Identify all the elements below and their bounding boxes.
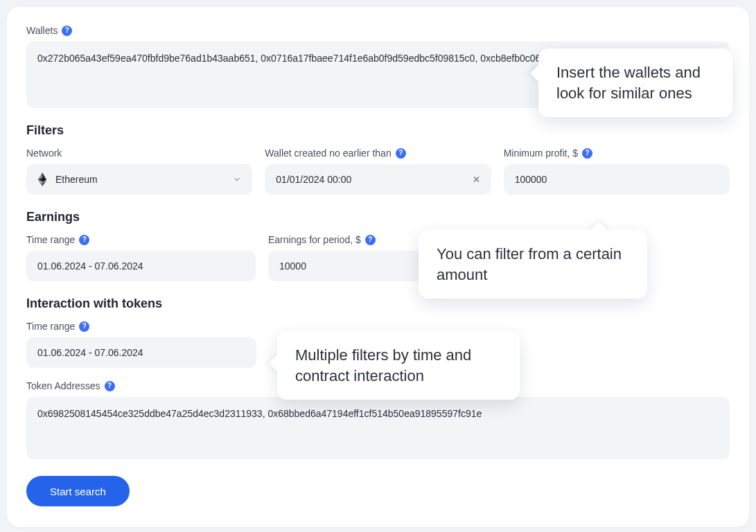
filters-heading: Filters [26,123,730,138]
help-icon[interactable]: ? [79,321,89,332]
created-label-row: Wallet created no earlier than ? [265,148,491,159]
network-value: Ethereum [55,174,98,185]
earnings-timerange-label: Time range [26,234,75,245]
interaction-timerange-label-row: Time range ? [26,321,256,332]
tooltip-amount: You can filter from a certain amount [419,230,647,299]
network-select[interactable]: Ethereum [26,164,252,195]
tooltip-amount-text: You can filter from a certain amount [437,245,622,283]
help-icon[interactable]: ? [365,235,376,245]
interaction-timerange-wrap: Time range ? [26,321,256,368]
chevron-down-icon [233,175,241,184]
help-icon[interactable]: ? [79,235,89,245]
help-icon[interactable]: ? [396,148,406,159]
earnings-heading: Earnings [26,210,730,224]
start-search-button[interactable]: Start search [26,476,130,506]
tooltip-filters: Multiple filters by time and contract in… [277,331,520,400]
wallets-label-row: Wallets ? [26,25,730,36]
tooltip-filters-text: Multiple filters by time and contract in… [295,346,471,384]
help-icon[interactable]: ? [582,148,592,159]
search-form-card: Wallets ? Filters Network Ethereum Walle… [7,7,749,527]
network-col: Network Ethereum [26,148,252,195]
minprofit-input[interactable] [504,164,730,195]
interaction-timerange-label: Time range [26,321,75,332]
ethereum-icon [37,172,47,186]
tooltip-wallets-text: Insert the wallets and look for similar … [556,64,701,102]
earnings-timerange-label-row: Time range ? [26,234,256,245]
tooltip-wallets: Insert the wallets and look for similar … [538,48,732,117]
earnings-timerange-input[interactable] [26,251,256,281]
earnings-timerange-col: Time range ? [26,234,256,281]
network-label: Network [26,148,62,159]
wallets-label: Wallets [26,25,58,36]
created-input[interactable] [265,164,491,195]
interaction-timerange-input[interactable] [26,337,256,368]
minprofit-label-row: Minimum profit, $ ? [504,148,730,159]
network-label-row: Network [26,148,252,159]
token-addresses-label: Token Addresses [26,380,100,391]
created-col: Wallet created no earlier than ? × [265,148,491,195]
help-icon[interactable]: ? [105,381,115,391]
created-input-wrap: × [265,164,491,195]
filters-row: Network Ethereum Wallet created no earli… [26,148,730,195]
help-icon[interactable]: ? [62,26,72,36]
clear-button[interactable]: × [470,170,483,190]
minprofit-label: Minimum profit, $ [504,148,578,159]
token-addresses-input[interactable] [26,397,730,459]
created-label: Wallet created no earlier than [265,148,391,159]
tooltip-tail [269,353,288,373]
tooltip-tail [589,222,608,241]
minprofit-col: Minimum profit, $ ? [504,148,730,195]
interaction-heading: Interaction with tokens [26,296,730,311]
earnings-period-label: Earnings for period, $ [268,234,361,245]
